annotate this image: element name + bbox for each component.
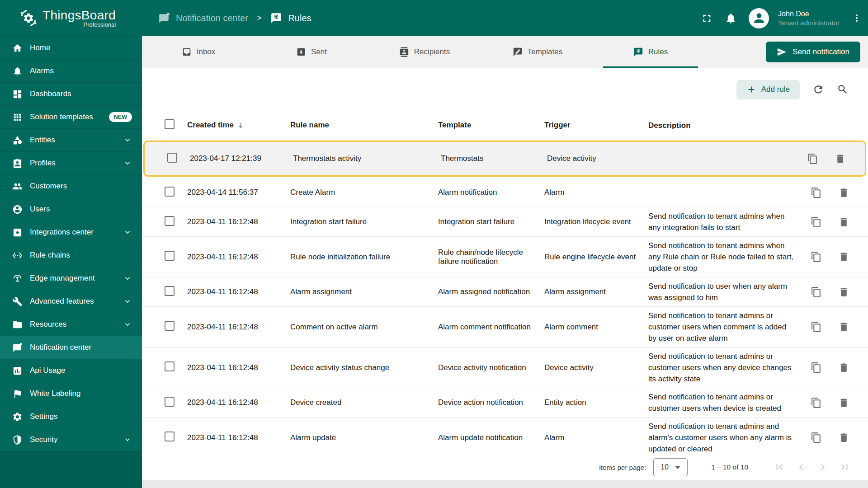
row-checkbox[interactable] (165, 187, 175, 197)
delete-icon[interactable] (838, 432, 849, 443)
entities-icon (12, 135, 23, 145)
table-row[interactable]: 2023-04-11 16:12:48 Device activity stat… (142, 347, 868, 388)
copy-icon[interactable] (811, 432, 822, 443)
chevron-down-icon (123, 320, 132, 329)
cell-template: Device action notification (438, 398, 544, 407)
column-header-description[interactable]: Description (648, 120, 804, 131)
row-checkbox[interactable] (165, 397, 175, 407)
table-row[interactable]: 2023-04-11 16:12:48 Alarm assignment Ala… (142, 277, 868, 307)
search-icon[interactable] (837, 84, 849, 95)
delete-icon[interactable] (838, 216, 849, 228)
chevron-down-icon (123, 228, 132, 237)
cell-trigger: Device activity (544, 363, 648, 372)
cell-rule-name: Alarm update (290, 433, 438, 442)
delete-icon[interactable] (838, 286, 849, 298)
table-row[interactable]: 2023-04-11 16:12:48 Alarm update Alarm u… (142, 418, 868, 455)
select-all-checkbox[interactable] (165, 119, 175, 129)
first-page-icon[interactable] (774, 461, 785, 473)
send-notification-button[interactable]: Send notification (766, 42, 860, 62)
copy-icon[interactable] (811, 286, 822, 298)
column-header-template[interactable]: Template (438, 121, 544, 130)
column-header-trigger[interactable]: Trigger (544, 121, 648, 130)
row-checkbox[interactable] (165, 286, 175, 296)
delete-icon[interactable] (838, 397, 849, 408)
copy-icon[interactable] (811, 216, 822, 228)
sidebar-item-users[interactable]: Users (0, 197, 142, 221)
delete-icon[interactable] (838, 321, 849, 333)
cell-description: Send notification to tenant admins or cu… (648, 351, 804, 385)
home-icon (12, 43, 23, 53)
add-rule-button[interactable]: Add rule (736, 80, 800, 99)
sidebar-item-dashboards[interactable]: Dashboards (0, 82, 142, 105)
table-row[interactable]: 2023-04-11 16:12:48 Integration start fa… (142, 207, 868, 237)
sidebar-item-home[interactable]: Home (0, 36, 142, 59)
sidebar-item-alarms[interactable]: Alarms (0, 59, 142, 82)
row-checkbox[interactable] (165, 432, 175, 441)
sidebar-item-integrations-center[interactable]: Integrations center (0, 221, 142, 244)
sidebar-item-white-labeling[interactable]: White Labeling (0, 382, 142, 405)
bottom-strip (142, 480, 868, 488)
kebab-menu-icon[interactable] (851, 13, 862, 23)
sidebar-item-security[interactable]: Security (0, 428, 142, 451)
cell-created-time: 2023-04-11 16:12:48 (187, 433, 290, 442)
sidebar-item-solution-templates[interactable]: Solution templates NEW (0, 105, 142, 128)
sidebar-item-rule-chains[interactable]: Rule chains (0, 244, 142, 267)
table-row[interactable]: 2023-04-11 16:12:48 Comment on active al… (142, 307, 868, 347)
copy-icon[interactable] (811, 397, 822, 408)
chevron-down-icon (123, 435, 132, 444)
rule-chains-icon (12, 250, 23, 261)
sidebar-item-api-usage[interactable]: Api Usage (0, 359, 142, 382)
table-row[interactable]: 2023-04-14 11:56:37 Create Alarm Alarm n… (142, 178, 868, 207)
table-row[interactable]: 2023-04-11 16:12:48 Device created Devic… (142, 388, 868, 418)
copy-icon[interactable] (811, 321, 822, 333)
sidebar-item-notification-center[interactable]: Notification center (0, 336, 142, 359)
sidebar-item-customers[interactable]: Customers (0, 174, 142, 197)
sent-icon (296, 47, 306, 57)
cell-trigger: Alarm (544, 433, 648, 442)
refresh-icon[interactable] (812, 84, 824, 95)
breadcrumb-rules[interactable]: Rules (270, 12, 311, 24)
app-logo[interactable]: ThingsBoard Professional (0, 0, 142, 36)
row-checkbox[interactable] (165, 361, 175, 371)
row-checkbox[interactable] (165, 251, 175, 261)
row-checkbox[interactable] (165, 321, 175, 331)
next-page-icon[interactable] (817, 461, 829, 473)
prev-page-icon[interactable] (795, 461, 807, 473)
resources-icon (12, 319, 23, 330)
copy-icon[interactable] (811, 187, 822, 198)
tab-sent[interactable]: Sent (255, 36, 368, 68)
copy-icon[interactable] (807, 153, 818, 164)
notification-icon (12, 343, 23, 353)
table-row[interactable]: 2023-04-11 16:12:48 Rule node initializa… (142, 237, 868, 277)
row-checkbox[interactable] (167, 153, 177, 163)
cell-trigger: Alarm assignment (544, 287, 648, 296)
tab-templates[interactable]: Templates (481, 36, 594, 68)
delete-icon[interactable] (835, 153, 846, 164)
items-per-page-select[interactable]: 10 (653, 458, 688, 476)
row-checkbox[interactable] (165, 216, 175, 226)
sidebar-item-advanced-features[interactable]: Advanced features (0, 290, 142, 313)
cell-template: Integration start failure (438, 217, 544, 226)
table-row[interactable]: 2023-04-17 12:21:39 Thermostats activity… (143, 141, 866, 177)
copy-icon[interactable] (811, 251, 822, 263)
last-page-icon[interactable] (839, 461, 850, 473)
delete-icon[interactable] (838, 187, 849, 198)
bell-icon[interactable] (725, 12, 737, 24)
avatar[interactable] (749, 8, 769, 28)
sidebar-item-profiles[interactable]: Profiles (0, 151, 142, 174)
sidebar-item-edge-management[interactable]: Edge management (0, 267, 142, 290)
tab-inbox[interactable]: Inbox (142, 36, 255, 68)
tab-recipients[interactable]: Recipients (368, 36, 481, 68)
sidebar-item-resources[interactable]: Resources (0, 313, 142, 336)
breadcrumb-notification-center[interactable]: Notification center (158, 12, 248, 24)
delete-icon[interactable] (838, 362, 849, 373)
sidebar-item-settings[interactable]: Settings (0, 405, 142, 428)
tab-rules[interactable]: Rules (594, 36, 707, 68)
fullscreen-icon[interactable] (701, 12, 713, 24)
column-header-created-time[interactable]: Created time (187, 121, 290, 130)
cell-rule-name: Rule node initialization failure (290, 253, 438, 262)
delete-icon[interactable] (838, 251, 849, 263)
copy-icon[interactable] (811, 362, 822, 373)
column-header-rule-name[interactable]: Rule name (290, 121, 438, 130)
sidebar-item-entities[interactable]: Entities (0, 128, 142, 151)
